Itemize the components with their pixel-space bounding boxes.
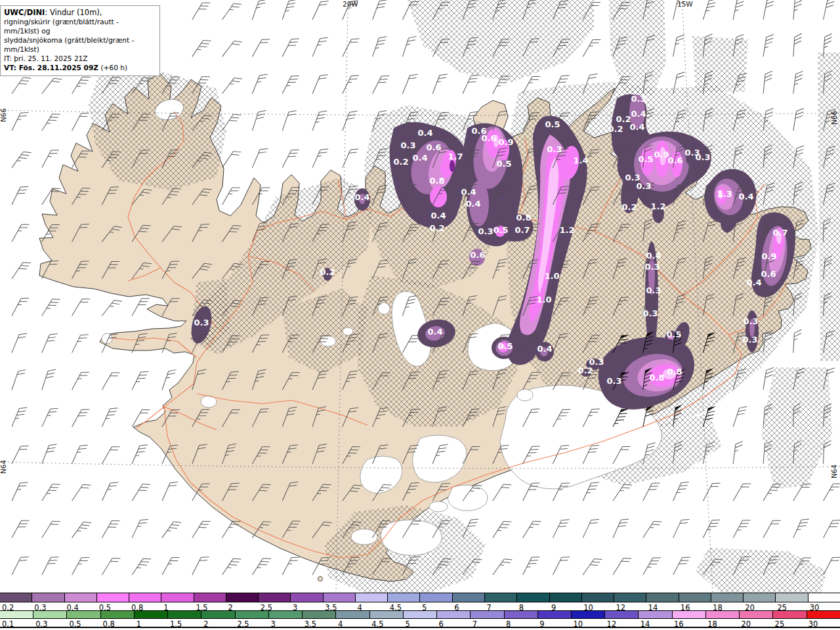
precip-value-label: 0.4 xyxy=(412,153,427,163)
precip-value-label: 0.5 xyxy=(496,159,511,169)
colorbar-segment xyxy=(808,593,840,602)
colorbar-segment xyxy=(772,611,806,618)
colorbar-segment xyxy=(235,611,268,618)
precip-value-label: 0.8 xyxy=(429,176,444,186)
colorbar-segment xyxy=(775,593,807,602)
parallel-label: N66 xyxy=(0,108,7,122)
precip-value-label: 0.2 xyxy=(621,202,637,212)
colorbar-segment xyxy=(705,611,739,618)
parallel-label: N66 xyxy=(830,110,838,125)
colorbar-segment xyxy=(739,611,772,618)
precip-value-label: 0.4 xyxy=(631,109,646,119)
colorbar-segment xyxy=(268,611,302,618)
precip-value-label: 0.4 xyxy=(417,128,432,138)
colorbar-rain-labels: 0.10.30.50.811.522.533.544.5567891012141… xyxy=(0,620,840,627)
colorbar-segment xyxy=(194,593,226,602)
colorbar-segment xyxy=(33,611,66,618)
precip-value-label: 0.7 xyxy=(514,225,530,235)
precip-value-label: 0.5 xyxy=(497,341,513,351)
precip-value-label: 0.4 xyxy=(537,344,552,354)
precip-value-label: 0.3 xyxy=(400,140,415,150)
colorbar-segment xyxy=(452,593,484,602)
precip-value-label: 0.2 xyxy=(616,114,631,124)
colorbar-segment xyxy=(167,611,201,618)
colorbar-segment xyxy=(537,611,571,618)
precip-value-label: 0.4 xyxy=(646,251,661,261)
precip-value-label: 0.3 xyxy=(631,94,646,104)
precip-value-label: 0.4 xyxy=(430,211,446,220)
map-canvas: 20W15WN66N66N64N64 0.40.30.60.40.21.70.8… xyxy=(0,0,840,630)
precip-value-label: 0.4 xyxy=(354,192,369,202)
colorbar-segment xyxy=(638,611,671,618)
precip-value-label: 0.8 xyxy=(649,373,664,383)
precip-value-label: 0.4 xyxy=(465,199,480,209)
precip-value-label: 1.0 xyxy=(544,271,559,281)
precip-value-label: 1.3 xyxy=(717,189,732,199)
precip-value-label: 0.4 xyxy=(629,122,644,132)
precip-value-label: 0.3 xyxy=(194,318,209,327)
precip-value-label: 0.6 xyxy=(481,133,496,143)
colorbar-segment xyxy=(484,593,516,602)
precip-value-label: 0.2 xyxy=(320,267,335,277)
colorbar-segment xyxy=(64,593,96,602)
precip-value-label: 0.5 xyxy=(666,329,681,339)
colorbar-segment xyxy=(571,611,604,618)
precip-value-label: 0.3 xyxy=(646,285,661,295)
precip-value-label: 1.2 xyxy=(559,225,574,235)
precip-value-label: 0.3 xyxy=(695,152,710,162)
meridian-label: 20W xyxy=(343,0,358,8)
colorbar-segment xyxy=(0,593,32,602)
precip-value-label: 1.4 xyxy=(573,156,588,165)
precip-value-label: 0.3 xyxy=(478,226,493,236)
precip-value-label: 0.6 xyxy=(470,250,485,260)
colorbar-segment xyxy=(129,593,161,602)
model-name: UWC/DINI xyxy=(4,8,45,17)
colorbar-sleet-snow-labels: 0.20.30.40.50.811.522.533.544.5567891012… xyxy=(0,603,840,610)
colorbar-segment xyxy=(504,611,537,618)
colorbar-segment xyxy=(134,611,167,618)
precip-value-label: 0.4 xyxy=(738,192,753,201)
legend-init-time: IT: þri. 25. 11. 2025 21Z xyxy=(4,54,156,64)
precip-value-label: 0.7 xyxy=(772,228,788,238)
colorbar-segment xyxy=(66,611,100,618)
colorbar-segment xyxy=(96,593,129,602)
colorbar-segment xyxy=(335,611,369,618)
colorbar-segment xyxy=(679,593,711,602)
colorbar-segment xyxy=(549,593,581,602)
colorbar-segment xyxy=(470,611,503,618)
forecast-legend: UWC/DINI: Vindur (10m), rigning/skúrir (… xyxy=(0,5,160,76)
precip-value-label: 0.8 xyxy=(667,367,682,377)
colorbar-segment xyxy=(516,593,549,602)
precip-value-label: 0.3 xyxy=(743,316,758,326)
precip-value-label: 0.3 xyxy=(742,335,757,345)
bottom-rule xyxy=(0,627,840,628)
colorbar-segment xyxy=(32,593,64,602)
colorbar-segment xyxy=(646,593,678,602)
precip-value-label: 0.9 xyxy=(498,137,513,147)
colorbar-segment xyxy=(302,611,335,618)
legend-line-model: UWC/DINI: Vindur (10m), xyxy=(4,8,156,18)
legend-line-sleet: slydda/snjókoma (grátt/bleikt/grænt - mm… xyxy=(4,36,156,54)
precip-value-label: 0.8 xyxy=(516,213,531,222)
colorbar-segment xyxy=(807,611,840,618)
colorbar-segment xyxy=(100,611,134,618)
precip-value-label: 0.6 xyxy=(426,142,441,152)
precip-value-label: 0.5 xyxy=(638,154,653,164)
weather-forecast-map: 20W15WN66N66N64N64 0.40.30.60.40.21.70.8… xyxy=(0,0,840,630)
precip-value-label: 0.2 xyxy=(608,124,623,134)
precip-value-label: 0.2 xyxy=(393,157,408,167)
colorbar-segment xyxy=(419,593,452,602)
precip-value-label: 0.4 xyxy=(746,278,761,287)
colorbar-segment xyxy=(387,593,419,602)
precip-value-label: 0.3 xyxy=(642,308,658,318)
precip-value-label: 0.5 xyxy=(493,225,508,235)
colorbar-segment xyxy=(290,593,322,602)
precip-value-label: 0.3 xyxy=(547,144,562,154)
precip-value-label: 0.3 xyxy=(644,262,660,272)
precip-value-label: 0.3 xyxy=(606,376,621,386)
colorbar-segment xyxy=(201,611,234,618)
colorbar-segment xyxy=(369,611,403,618)
precip-value-label: 0.4 xyxy=(461,187,476,197)
colorbar-segment xyxy=(258,593,290,602)
colorbar-segment xyxy=(0,611,33,618)
